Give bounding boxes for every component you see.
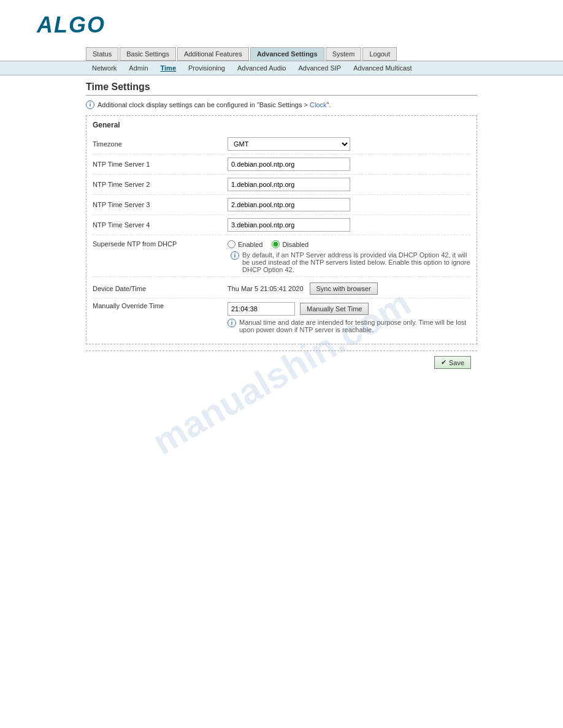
manually-override-time-inputs: Manually Set Time: [228, 302, 470, 316]
dhcp-note: i By default, if an NTP Server address i…: [228, 251, 470, 273]
manually-set-time-button[interactable]: Manually Set Time: [300, 303, 369, 315]
main-nav: Status Basic Settings Additional Feature…: [0, 47, 563, 61]
subnav-time[interactable]: Time: [155, 63, 182, 73]
device-datetime-control: Thu Mar 5 21:05:41 2020 Sync with browse…: [228, 282, 470, 295]
save-icon: ✔: [441, 358, 446, 366]
subnav-provisioning[interactable]: Provisioning: [182, 63, 231, 73]
timezone-select[interactable]: GMT: [228, 137, 350, 151]
subnav-advanced-multicast[interactable]: Advanced Multicast: [347, 63, 418, 73]
sub-nav: Network Admin Time Provisioning Advanced…: [0, 61, 563, 75]
dhcp-info-icon: i: [231, 251, 239, 260]
dhcp-note-text: By default, if an NTP Server address is …: [242, 251, 470, 273]
section-title-general: General: [93, 121, 470, 129]
supersede-ntp-control: Enabled Disabled i By default, if an NTP…: [228, 240, 470, 273]
subnav-advanced-audio[interactable]: Advanced Audio: [231, 63, 293, 73]
tab-status[interactable]: Status: [86, 47, 118, 61]
tab-additional-features[interactable]: Additional Features: [177, 47, 249, 61]
sync-with-browser-button[interactable]: Sync with browser: [310, 282, 378, 295]
info-icon: i: [86, 100, 94, 109]
manually-override-time-row: Manually Override Time Manually Set Time…: [93, 298, 470, 336]
timezone-label: Timezone: [93, 140, 228, 148]
tab-advanced-settings[interactable]: Advanced Settings: [250, 47, 324, 61]
device-datetime-value: Thu Mar 5 21:05:41 2020: [228, 285, 304, 292]
supersede-ntp-enabled-label[interactable]: Enabled: [228, 240, 262, 248]
save-label: Save: [449, 359, 464, 366]
manual-note-text: Manual time and date are intended for te…: [239, 319, 470, 333]
subnav-network[interactable]: Network: [86, 63, 123, 73]
tab-system[interactable]: System: [326, 47, 362, 61]
ntp-server-3-label: NTP Time Server 3: [93, 201, 228, 208]
tab-basic-settings[interactable]: Basic Settings: [120, 47, 176, 61]
ntp-server-2-label: NTP Time Server 2: [93, 181, 228, 188]
timezone-control: GMT: [228, 137, 470, 151]
manually-override-time-control: Manually Set Time i Manual time and date…: [228, 302, 470, 333]
manually-override-time-input[interactable]: [228, 302, 295, 316]
page-title: Time Settings: [86, 82, 477, 96]
supersede-ntp-label: Supersede NTP from DHCP: [93, 240, 228, 248]
ntp-server-4-label: NTP Time Server 4: [93, 221, 228, 229]
subnav-admin[interactable]: Admin: [123, 63, 154, 73]
ntp-server-4-input[interactable]: [228, 218, 350, 232]
supersede-ntp-enabled-radio[interactable]: [228, 240, 236, 248]
supersede-ntp-enabled-text: Enabled: [238, 241, 262, 248]
content-wrapper: Time Settings i Additional clock display…: [0, 75, 563, 380]
ntp-server-1-input[interactable]: [228, 157, 350, 171]
manually-override-time-label: Manually Override Time: [93, 302, 228, 309]
supersede-ntp-disabled-label[interactable]: Disabled: [272, 240, 308, 248]
save-footer: ✔ Save: [86, 351, 477, 374]
info-notice: i Additional clock display settings can …: [86, 100, 477, 109]
general-section: General Timezone GMT NTP Time Server 1 N…: [86, 115, 477, 344]
manual-note: i Manual time and date are intended for …: [228, 319, 470, 333]
logo: ALGO: [37, 12, 105, 37]
supersede-ntp-radio-group: Enabled Disabled: [228, 240, 470, 248]
timezone-row: Timezone GMT: [93, 134, 470, 154]
ntp-server-4-row: NTP Time Server 4: [93, 215, 470, 235]
subnav-advanced-sip[interactable]: Advanced SIP: [292, 63, 347, 73]
ntp-server-2-control: [228, 178, 470, 191]
info-notice-text: Additional clock display settings can be…: [98, 101, 331, 108]
device-datetime-row: Device Date/Time Thu Mar 5 21:05:41 2020…: [93, 279, 470, 298]
ntp-server-1-label: NTP Time Server 1: [93, 161, 228, 168]
ntp-server-2-row: NTP Time Server 2: [93, 175, 470, 195]
ntp-server-3-row: NTP Time Server 3: [93, 195, 470, 215]
logo-area: ALGO: [0, 0, 563, 47]
device-datetime-label: Device Date/Time: [93, 285, 228, 292]
ntp-server-4-control: [228, 218, 470, 232]
ntp-server-1-row: NTP Time Server 1: [93, 154, 470, 175]
clock-link[interactable]: Clock: [310, 101, 327, 108]
supersede-ntp-row: Supersede NTP from DHCP Enabled Disabled…: [93, 235, 470, 277]
ntp-server-3-control: [228, 198, 470, 211]
supersede-ntp-disabled-radio[interactable]: [272, 240, 280, 248]
ntp-server-1-control: [228, 157, 470, 171]
save-button[interactable]: ✔ Save: [434, 356, 471, 369]
supersede-ntp-disabled-text: Disabled: [282, 241, 308, 248]
ntp-server-2-input[interactable]: [228, 178, 350, 191]
tab-logout[interactable]: Logout: [362, 47, 397, 61]
manual-info-icon: i: [228, 319, 236, 327]
ntp-server-3-input[interactable]: [228, 198, 350, 211]
